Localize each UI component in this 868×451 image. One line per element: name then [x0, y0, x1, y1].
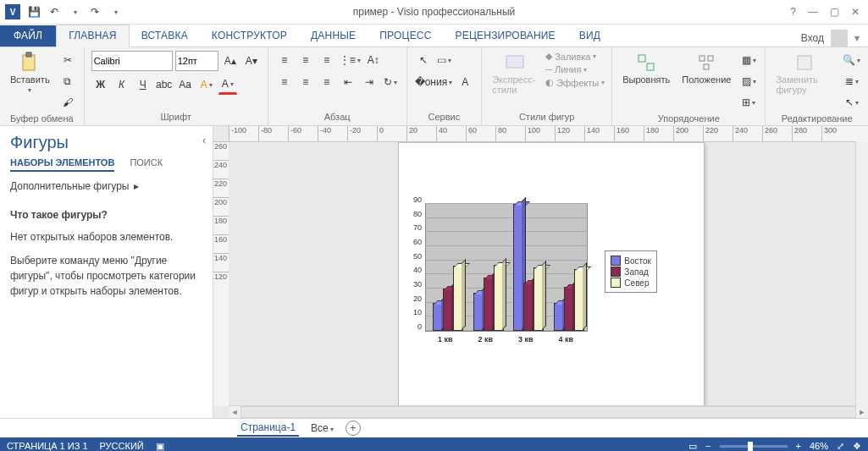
group-shape-styles-label: Стили фигур: [489, 110, 605, 124]
stencils-tab[interactable]: НАБОРЫ ЭЛЕМЕНТОВ: [10, 157, 114, 172]
font-color-button[interactable]: A: [218, 74, 237, 95]
scroll-left-icon[interactable]: ◄: [229, 408, 240, 416]
presentation-mode-icon[interactable]: ▭: [688, 441, 697, 452]
page-tab-1[interactable]: Страница-1: [237, 420, 299, 437]
pointer-tool-icon[interactable]: ↖: [414, 51, 433, 69]
zoom-slider[interactable]: [720, 445, 788, 448]
align-right-icon[interactable]: ≡: [318, 73, 336, 91]
line-button[interactable]: ─Линия▾: [545, 64, 605, 74]
shrink-font-icon[interactable]: A▾: [242, 52, 261, 70]
svg-rect-5: [699, 56, 705, 61]
change-case-button[interactable]: Aa: [176, 75, 195, 94]
qat-customize[interactable]: [108, 5, 122, 19]
bring-front-icon[interactable]: ▦: [739, 51, 758, 69]
group-clipboard-label: Буфер обмена: [7, 112, 77, 125]
zoom-level[interactable]: 46%: [810, 441, 828, 451]
increase-indent-icon[interactable]: ⇥: [360, 73, 379, 91]
font-size-combo[interactable]: [175, 51, 218, 71]
switch-windows-icon[interactable]: ❖: [853, 441, 861, 452]
align-bottom-icon[interactable]: ≡: [318, 51, 336, 69]
zoom-in-icon[interactable]: +: [796, 441, 801, 451]
scroll-right-icon[interactable]: ►: [856, 408, 868, 416]
connector-tool-icon[interactable]: �ония: [414, 73, 454, 91]
undo-icon[interactable]: ↶: [47, 5, 61, 19]
redo-icon[interactable]: ↷: [88, 5, 102, 19]
tab-design[interactable]: КОНСТРУКТОР: [200, 25, 299, 47]
quick-styles-button[interactable]: Экспресс-стили: [489, 51, 540, 96]
fill-button[interactable]: ◆Заливка▾: [545, 51, 605, 62]
grow-font-icon[interactable]: A▴: [221, 52, 240, 70]
decrease-indent-icon[interactable]: ⇤: [339, 73, 357, 91]
tab-view[interactable]: ВИД: [567, 25, 612, 47]
app-logo: V: [5, 4, 20, 19]
text-direction-icon[interactable]: A↕: [364, 51, 383, 69]
save-icon[interactable]: 💾: [27, 5, 41, 19]
line-icon: ─: [545, 64, 552, 74]
chart[interactable]: 0102030405060708090 1 кв2 кв3 кв4 кв Вос…: [403, 200, 657, 360]
vertical-scrollbar[interactable]: [855, 141, 868, 406]
zoom-out-icon[interactable]: −: [705, 441, 710, 451]
align-middle-icon[interactable]: ≡: [296, 51, 315, 69]
user-avatar[interactable]: [831, 30, 848, 47]
position-button[interactable]: Положение: [678, 51, 734, 86]
strike-button[interactable]: abc: [155, 75, 174, 94]
minimize-icon[interactable]: —: [808, 6, 818, 18]
more-shapes-link[interactable]: Дополнительные фигуры ▸: [10, 180, 202, 192]
maximize-icon[interactable]: ▢: [830, 6, 839, 18]
highlight-button[interactable]: A: [197, 75, 216, 94]
svg-rect-8: [798, 56, 811, 69]
login-link[interactable]: Вход: [801, 32, 824, 44]
quick-styles-icon: [505, 52, 525, 73]
find-icon[interactable]: 🔍: [842, 51, 861, 69]
all-pages-dropdown[interactable]: Все: [311, 422, 334, 434]
tab-insert[interactable]: ВСТАВКА: [130, 25, 200, 47]
paste-button[interactable]: Вставить ▾: [7, 51, 53, 96]
italic-button[interactable]: К: [113, 75, 131, 94]
search-tab[interactable]: ПОИСК: [130, 157, 163, 172]
macro-record-icon[interactable]: ▣: [156, 441, 164, 452]
select-icon[interactable]: ↖: [842, 93, 861, 112]
undo-dropdown[interactable]: [68, 5, 81, 19]
fit-page-icon[interactable]: ⤢: [837, 441, 844, 452]
help-icon[interactable]: ?: [790, 6, 796, 18]
svg-rect-3: [639, 55, 645, 62]
collapse-shapes-icon[interactable]: ‹: [202, 135, 206, 146]
send-back-icon[interactable]: ▨: [739, 72, 758, 91]
tab-home[interactable]: ГЛАВНАЯ: [56, 25, 129, 47]
rotate-text-icon[interactable]: ↻: [381, 73, 400, 91]
bullets-icon[interactable]: ⋮≡: [339, 51, 362, 69]
ribbon-collapse-icon[interactable]: ▾: [854, 32, 860, 44]
align-left-icon[interactable]: ≡: [275, 73, 294, 91]
tab-file[interactable]: ФАЙЛ: [0, 25, 56, 47]
language-indicator[interactable]: РУССКИЙ: [100, 441, 144, 451]
align-top-icon[interactable]: ≡: [275, 51, 294, 69]
align-center-icon[interactable]: ≡: [296, 73, 315, 91]
group-icon[interactable]: ⊞: [739, 93, 758, 112]
copy-icon[interactable]: ⧉: [58, 72, 77, 91]
paste-icon: [19, 52, 40, 73]
page-indicator[interactable]: СТРАНИЦА 1 ИЗ 1: [7, 441, 88, 451]
tab-review[interactable]: РЕЦЕНЗИРОВАНИЕ: [444, 25, 567, 47]
add-page-button[interactable]: +: [346, 421, 361, 436]
tab-process[interactable]: ПРОЦЕСС: [368, 25, 443, 47]
svg-rect-6: [708, 56, 713, 61]
effects-button[interactable]: ◐Эффекты▾: [545, 77, 605, 88]
close-icon[interactable]: ✕: [851, 6, 860, 18]
format-painter-icon[interactable]: 🖌: [58, 93, 77, 112]
underline-button[interactable]: Ч: [134, 75, 152, 94]
ribbon-tabs: ФАЙЛ ГЛАВНАЯ ВСТАВКА КОНСТРУКТОР ДАННЫЕ …: [0, 25, 868, 47]
text-tool-icon[interactable]: A: [456, 73, 474, 91]
change-shape-button[interactable]: Заменить фигуру: [772, 51, 837, 96]
layers-icon[interactable]: ≣: [842, 72, 861, 91]
align-button[interactable]: Выровнять: [619, 51, 673, 86]
canvas[interactable]: 0102030405060708090 1 кв2 кв3 кв4 кв Вос…: [229, 142, 868, 405]
effects-icon: ◐: [545, 77, 554, 88]
tab-data[interactable]: ДАННЫЕ: [299, 25, 368, 47]
workspace: ‹ Фигуры НАБОРЫ ЭЛЕМЕНТОВ ПОИСК Дополнит…: [0, 126, 868, 418]
font-name-combo[interactable]: [91, 51, 173, 71]
horizontal-scrollbar[interactable]: ◄ ►: [229, 405, 868, 418]
vertical-ruler: 260240220200180160140120: [213, 141, 229, 406]
rectangle-tool-icon[interactable]: ▭: [435, 51, 454, 69]
cut-icon[interactable]: ✂: [58, 51, 77, 69]
bold-button[interactable]: Ж: [91, 75, 110, 94]
